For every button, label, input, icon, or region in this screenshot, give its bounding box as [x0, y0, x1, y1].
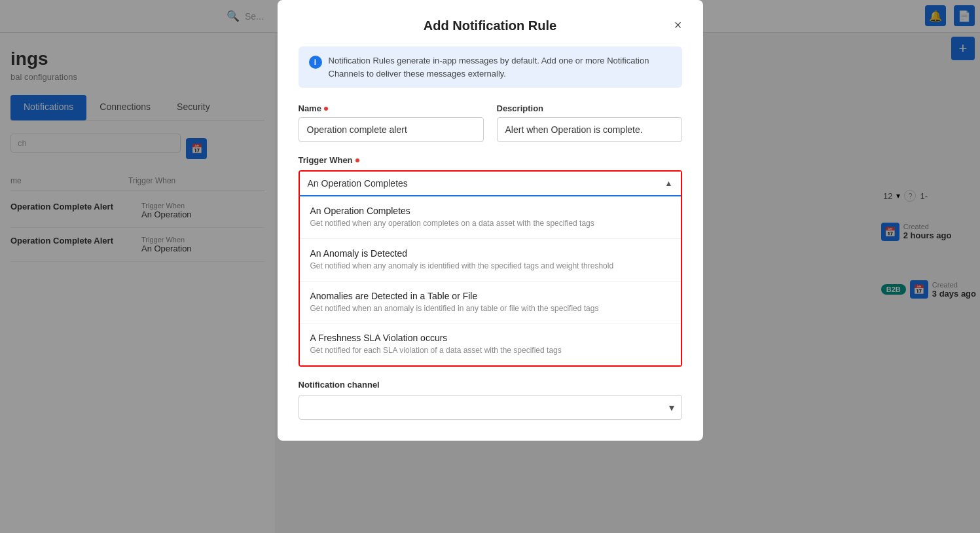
trigger-when-label: Trigger When	[299, 155, 682, 165]
trigger-option-3-desc: Get notified when an anomaly is identifi…	[310, 303, 670, 314]
trigger-option-4[interactable]: A Freshness SLA Violation occurs Get not…	[300, 323, 681, 365]
add-notification-modal: Add Notification Rule × i Notification R…	[278, 0, 703, 441]
name-group: Name	[299, 103, 484, 142]
trigger-option-1-desc: Get notified when any operation complete…	[310, 218, 670, 229]
channel-input[interactable]	[299, 395, 682, 420]
trigger-option-4-desc: Get notified for each SLA violation of a…	[310, 345, 670, 356]
name-label: Name	[299, 103, 484, 113]
info-text: Notification Rules generate in-app messa…	[329, 54, 672, 80]
trigger-option-2-desc: Get notified when any anomaly is identif…	[310, 261, 670, 272]
channel-wrapper	[299, 395, 682, 420]
trigger-options-list: An Operation Completes Get notified when…	[300, 196, 681, 365]
trigger-chevron-up-icon: ▲	[665, 179, 673, 188]
trigger-option-1[interactable]: An Operation Completes Get notified when…	[300, 196, 681, 239]
description-label: Description	[497, 103, 682, 113]
info-banner: i Notification Rules generate in-app mes…	[299, 46, 682, 88]
name-description-row: Name Description	[299, 103, 682, 142]
trigger-required-dot	[355, 158, 359, 162]
trigger-option-1-title: An Operation Completes	[310, 206, 670, 216]
trigger-option-3[interactable]: Anomalies are Detected in a Table or Fil…	[300, 282, 681, 324]
trigger-section: Trigger When An Operation Completes ▲ An…	[299, 155, 682, 367]
modal-title: Add Notification Rule	[424, 18, 556, 33]
name-required-dot	[324, 107, 328, 111]
description-input[interactable]	[497, 117, 682, 142]
trigger-select-header[interactable]: An Operation Completes ▲	[300, 172, 681, 196]
info-icon: i	[309, 56, 322, 69]
modal-close-button[interactable]: ×	[674, 18, 682, 31]
trigger-dropdown-container: An Operation Completes ▲ An Operation Co…	[299, 170, 682, 367]
name-input[interactable]	[299, 117, 484, 142]
modal-header: Add Notification Rule ×	[299, 18, 682, 33]
trigger-select-value: An Operation Completes	[308, 178, 408, 189]
trigger-option-2-title: An Anomaly is Detected	[310, 248, 670, 259]
trigger-option-4-title: A Freshness SLA Violation occurs	[310, 333, 670, 343]
description-group: Description	[497, 103, 682, 142]
channel-section: Notification channel	[299, 380, 682, 420]
trigger-option-2[interactable]: An Anomaly is Detected Get notified when…	[300, 239, 681, 282]
trigger-option-3-title: Anomalies are Detected in a Table or Fil…	[310, 291, 670, 301]
channel-label: Notification channel	[299, 380, 682, 390]
